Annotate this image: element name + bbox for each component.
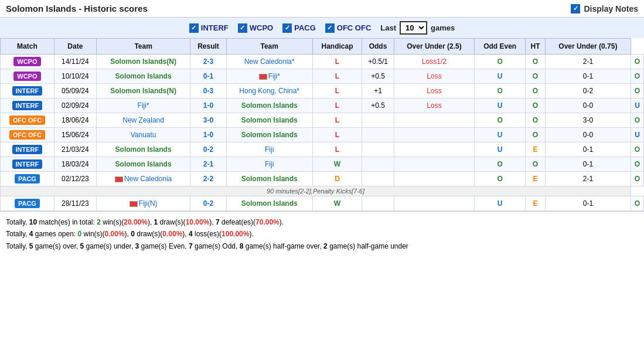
match-badge: INTERF: [1, 142, 54, 157]
handicap: +0.5: [362, 98, 394, 113]
over-under-25: U: [475, 196, 526, 211]
summary-line2: Totally, 4 games open: 0 win(s)(0.00%), …: [6, 228, 638, 240]
header-bar: Solomon Islands - Historic scores ✓ Disp…: [0, 0, 644, 18]
over-under-075: O: [631, 196, 644, 211]
handicap: [362, 113, 394, 128]
match-date: 21/03/24: [54, 142, 96, 157]
match-outcome: L: [312, 113, 362, 128]
match-badge: PACG: [1, 172, 54, 186]
match-badge: PACG: [1, 196, 54, 211]
table-row: WCPO14/11/24Solomon Islands(N)2-3New Cal…: [1, 55, 644, 69]
half-time: 0-0: [545, 98, 631, 113]
odds: [394, 196, 474, 211]
over-under-25: O: [475, 55, 526, 69]
team2-name: Solomon Islands: [226, 128, 312, 142]
match-date: 18/03/24: [54, 157, 96, 172]
handicap: +1: [362, 84, 394, 98]
col-match: Match: [1, 39, 54, 55]
filter-wcpo[interactable]: ✓ WCPO: [238, 23, 273, 33]
over-under-075: O: [631, 172, 644, 186]
over-under-075: U: [631, 98, 644, 113]
team1-name: Fiji*: [96, 98, 190, 113]
half-time: 0-1: [545, 157, 631, 172]
match-date: 18/06/24: [54, 113, 96, 128]
over-under-25: O: [475, 172, 526, 186]
pacg-checkbox[interactable]: ✓: [282, 23, 292, 33]
odd-even: O: [526, 157, 546, 172]
odds: [394, 157, 474, 172]
match-result: 2-3: [190, 55, 226, 69]
match-outcome: L: [312, 69, 362, 84]
over-under-075: O: [631, 157, 644, 172]
penalty-note-row: 90 minutes[2-2],Penalty Kicks[7-6]: [1, 186, 644, 196]
filter-bar: ✓ INTERF ✓ WCPO ✓ PACG ✓ OFC OFC Last 10…: [0, 18, 644, 38]
match-result: 1-0: [190, 98, 226, 113]
display-notes-section[interactable]: ✓ Display Notes: [571, 4, 638, 13]
match-date: 02/12/23: [54, 172, 96, 186]
col-ht: HT: [526, 39, 546, 55]
table-row: PACG02/12/23New Caledonia2-2Solomon Isla…: [1, 172, 644, 186]
filter-interf[interactable]: ✓ INTERF: [189, 23, 229, 33]
odds: Loss: [394, 98, 474, 113]
team2-name: Hong Kong, China*: [226, 84, 312, 98]
odd-even: O: [526, 128, 546, 142]
odd-even: E: [526, 196, 546, 211]
penalty-note: 90 minutes[2-2],Penalty Kicks[7-6]: [1, 186, 631, 196]
handicap: [362, 157, 394, 172]
team2-name: Solomon Islands: [226, 196, 312, 211]
team2-name: Fiji: [226, 157, 312, 172]
table-row: PACG28/11/23Fiji(N)0-2Solomon IslandsWUE…: [1, 196, 644, 211]
match-outcome: L: [312, 142, 362, 157]
half-time: 0-0: [545, 128, 631, 142]
wcpo-checkbox[interactable]: ✓: [238, 23, 247, 33]
odd-even: E: [526, 172, 546, 186]
wcpo-label: WCPO: [250, 23, 273, 32]
match-badge: WCPO: [1, 55, 54, 69]
table-row: OFC OFC15/06/24Vanuatu1-0Solomon Islands…: [1, 128, 644, 142]
match-result: 3-0: [190, 113, 226, 128]
col-result: Result: [190, 39, 226, 55]
team1-name: Solomon Islands: [96, 142, 190, 157]
flag-icon: [259, 74, 267, 80]
col-team2: Team: [226, 39, 312, 55]
filter-pacg[interactable]: ✓ PACG: [282, 23, 316, 33]
table-row: OFC OFC18/06/24New Zealand3-0Solomon Isl…: [1, 113, 644, 128]
handicap: [362, 128, 394, 142]
odd-even: O: [526, 98, 546, 113]
match-date: 10/10/24: [54, 69, 96, 84]
team1-name: Solomon Islands: [96, 69, 190, 84]
match-result: 2-1: [190, 157, 226, 172]
handicap: [362, 142, 394, 157]
half-time: 0-1: [545, 69, 631, 84]
odds: Loss: [394, 84, 474, 98]
over-under-25: O: [475, 157, 526, 172]
last-games-section: Last 10 5 15 20 games: [380, 21, 455, 35]
team1-name: New Zealand: [96, 113, 190, 128]
odd-even: O: [526, 55, 546, 69]
ofc-checkbox[interactable]: ✓: [325, 23, 335, 33]
over-under-25: O: [475, 84, 526, 98]
table-row: INTERF02/09/24Fiji*1-0Solomon IslandsL+0…: [1, 98, 644, 113]
match-badge: WCPO: [1, 69, 54, 84]
odds: Loss1/2: [394, 55, 474, 69]
half-time: 0-1: [545, 196, 631, 211]
table-row: WCPO10/10/24Solomon Islands0-1Fiji*L+0.5…: [1, 69, 644, 84]
match-date: 14/11/24: [54, 55, 96, 69]
match-outcome: L: [312, 128, 362, 142]
col-odds: Odds: [362, 39, 394, 55]
games-select[interactable]: 10 5 15 20: [400, 21, 427, 35]
interf-checkbox[interactable]: ✓: [189, 23, 199, 33]
team1-name: Fiji(N): [96, 196, 190, 211]
match-result: 2-2: [190, 172, 226, 186]
display-notes-checkbox[interactable]: ✓: [571, 4, 580, 13]
over-under-075: O: [631, 113, 644, 128]
match-date: 02/09/24: [54, 98, 96, 113]
col-ou25: Over Under (2.5): [394, 39, 474, 55]
page-title: Solomon Islands - Historic scores: [6, 4, 148, 13]
filter-ofc[interactable]: ✓ OFC OFC: [325, 23, 372, 33]
handicap: +0.5/1: [362, 55, 394, 69]
handicap: [362, 196, 394, 211]
flag-icon: [130, 201, 138, 207]
summary-line1: Totally, 10 match(es) in total: 2 win(s)…: [6, 216, 638, 228]
flag-icon: [115, 176, 123, 182]
